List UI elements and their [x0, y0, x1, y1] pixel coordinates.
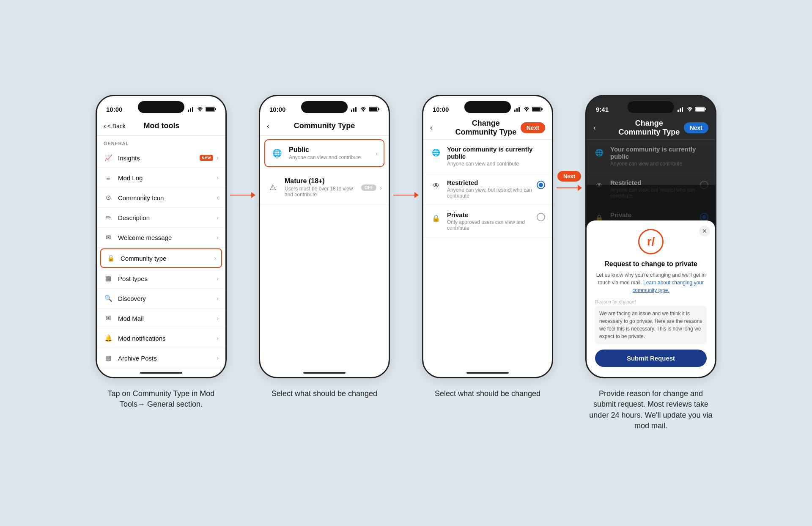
svg-rect-1 [190, 108, 191, 112]
back-btn-4[interactable]: ‹ [593, 124, 614, 132]
svg-rect-13 [378, 108, 379, 110]
modal-sheet: ✕ r/ Request to change to private Let us… [587, 220, 715, 377]
menu-item-discovery[interactable]: 🔍 Discovery › [97, 289, 225, 308]
svg-rect-6 [215, 108, 216, 110]
menu-item-mod-notifications[interactable]: 🔔 Mod notifications › [97, 328, 225, 348]
svg-rect-15 [516, 108, 518, 112]
post-types-label: Post types [118, 275, 217, 282]
caption-3: Select what should be changed [435, 388, 540, 399]
signal-icon-1 [188, 107, 195, 112]
ct-item-mature[interactable]: ⚠ Mature (18+) Users must be over 18 to … [260, 171, 389, 205]
ct-item-public[interactable]: 🌐 Public Anyone can view and contribute … [264, 139, 384, 167]
back-btn-3[interactable]: ‹ [430, 124, 451, 132]
cct-private-radio[interactable] [537, 213, 545, 221]
cct-item-private[interactable]: 🔒 Private Only approved users can view a… [423, 205, 552, 237]
menu-item-archive-posts[interactable]: ▦ Archive Posts › [97, 348, 225, 368]
battery-icon-1 [206, 107, 216, 112]
mature-icon: ⚠ [267, 182, 279, 193]
menu-item-post-types[interactable]: ▦ Post types › [97, 269, 225, 289]
menu-item-description[interactable]: ✏ Description › [97, 208, 225, 228]
svg-point-24 [689, 110, 691, 112]
menu-item-modlog[interactable]: ≡ Mod Log › [97, 168, 225, 188]
modal-submit-btn[interactable]: Submit Request [595, 350, 707, 367]
mature-title: Mature (18+) [285, 177, 361, 185]
public-subtitle: Anyone can view and contribute [289, 154, 376, 160]
back-btn-2[interactable]: ‹ [267, 122, 288, 130]
svg-rect-0 [188, 110, 189, 112]
arrow-2-3 [390, 192, 422, 198]
menu-item-community-icon[interactable]: ⊙ Community Icon › [97, 188, 225, 208]
time-2: 10:00 [269, 106, 285, 113]
menu-item-welcome[interactable]: ✉ Welcome message › [97, 228, 225, 248]
phone3-content[interactable]: 🌐 Your community is currently public Any… [423, 140, 552, 378]
svg-point-3 [200, 110, 201, 112]
next-btn-4[interactable]: Next [684, 122, 708, 133]
insights-badge: NEW [200, 155, 213, 161]
community-icon-label: Community Icon [118, 194, 217, 201]
menu-item-insights[interactable]: 📈 Insights NEW › [97, 148, 225, 168]
home-indicator-1 [140, 372, 182, 374]
wifi-icon-3 [523, 107, 530, 112]
svg-rect-9 [355, 107, 357, 112]
arrow-1-2 [227, 192, 259, 198]
post-types-icon: ▦ [104, 274, 113, 283]
nav-bar-3: ‹ Change Community Type Next [423, 116, 552, 140]
phone3: 10:00 ‹ Change Community Type Next 🌐 [422, 95, 553, 378]
battery-icon-2 [369, 107, 379, 112]
phone2-content[interactable]: 🌐 Public Anyone can view and contribute … [260, 136, 389, 375]
cct-restricted-subtitle: Anyone can view, but restrict who can co… [447, 187, 532, 199]
svg-rect-21 [678, 110, 679, 112]
battery-icon-4 [695, 107, 706, 112]
status-icons-4 [678, 107, 706, 112]
phone1-wrapper: 10:00 ‹ < Back Mod tools GENERAL [96, 95, 227, 410]
modal-link[interactable]: Learn about changing your community type… [632, 280, 703, 293]
phone1-content[interactable]: GENERAL 📈 Insights NEW › ≡ Mod Log › ⊙ [97, 136, 225, 375]
svg-rect-2 [192, 107, 193, 112]
nav-bar-2: ‹ Community Type [260, 116, 389, 136]
description-label: Description [118, 214, 217, 221]
modal-textarea[interactable]: We are facing an issue and we think it i… [595, 306, 707, 344]
home-indicator-3 [466, 372, 509, 374]
media-comments-label: Media in comments [118, 375, 200, 375]
cct-item-restricted[interactable]: 👁 Restricted Anyone can view, but restri… [423, 173, 552, 205]
svg-rect-22 [680, 108, 681, 112]
modal-close-btn[interactable]: ✕ [699, 226, 710, 237]
time-1: 10:00 [106, 106, 122, 113]
community-icon-icon: ⊙ [104, 193, 113, 202]
welcome-label: Welcome message [118, 234, 217, 241]
phone4-wrapper: 9:41 ‹ Change Community Type Next 🌐 [585, 95, 716, 431]
phone2-wrapper: 10:00 ‹ Community Type 🌐 [259, 95, 390, 399]
cct-restricted-radio[interactable] [537, 181, 545, 189]
menu-item-mod-mail[interactable]: ✉ Mod Mail › [97, 308, 225, 328]
insights-label: Insights [118, 154, 200, 162]
phone2: 10:00 ‹ Community Type 🌐 [259, 95, 390, 378]
discovery-icon: 🔍 [104, 294, 113, 303]
public-title: Public [289, 146, 376, 154]
mature-toggle[interactable]: OFF [361, 185, 376, 191]
back-btn-1[interactable]: ‹ < Back [104, 122, 126, 130]
archive-posts-icon: ▦ [104, 353, 113, 363]
phone3-wrapper: 10:00 ‹ Change Community Type Next 🌐 [422, 95, 553, 399]
nav-title-4: Change Community Type [614, 119, 684, 137]
next-btn-3[interactable]: Next [521, 122, 545, 133]
dark-public-subtitle: Anyone can view and contribute [610, 161, 708, 167]
phone4: 9:41 ‹ Change Community Type Next 🌐 [585, 95, 716, 378]
menu-item-community-type[interactable]: 🔒 Community type › [100, 248, 222, 268]
time-3: 10:00 [433, 106, 449, 113]
svg-rect-16 [518, 107, 520, 112]
caption-4: Provide reason for change and submit req… [587, 388, 714, 431]
next-annotation: Next [557, 171, 581, 182]
dark-item-public: 🌐 Your community is currently public Any… [587, 140, 715, 173]
community-type-label: Community type [121, 255, 214, 262]
mature-subtitle: Users must be over 18 to view and contri… [285, 186, 361, 198]
svg-rect-7 [351, 110, 352, 112]
svg-rect-19 [532, 107, 540, 111]
cct-item-public: 🌐 Your community is currently public Any… [423, 140, 552, 173]
battery-icon-3 [532, 107, 543, 112]
wifi-icon-2 [360, 107, 367, 112]
signal-icon-4 [678, 107, 684, 112]
wifi-icon-1 [197, 107, 203, 112]
signal-icon-3 [514, 107, 521, 112]
svg-rect-12 [369, 107, 377, 111]
svg-rect-8 [353, 108, 354, 112]
